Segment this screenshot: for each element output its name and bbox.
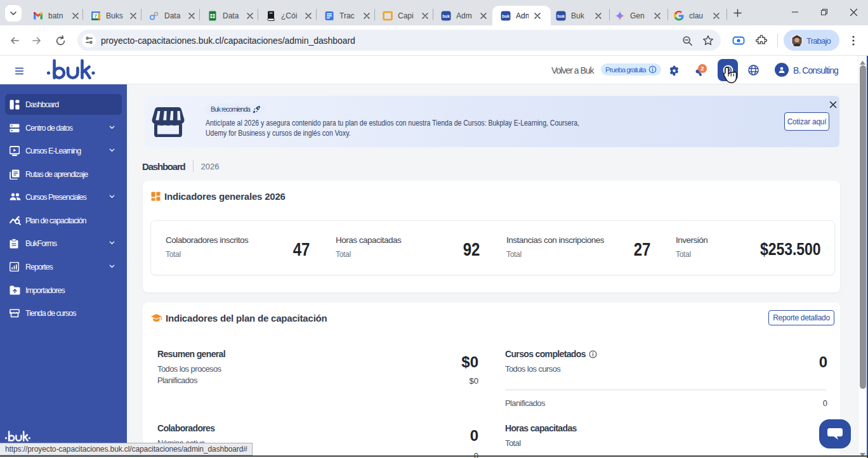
svg-text:buk: buk xyxy=(557,14,565,18)
svg-text:7: 7 xyxy=(94,13,96,18)
svg-text:buk: buk xyxy=(442,14,450,18)
svg-text:buk: buk xyxy=(502,14,510,18)
